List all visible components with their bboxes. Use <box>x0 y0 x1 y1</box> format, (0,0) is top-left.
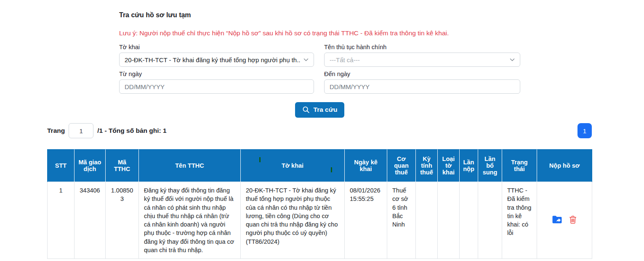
search-button-row: Tra cứu <box>119 102 520 118</box>
to-khai-label: Tờ khai <box>119 44 314 50</box>
cell-lan-bo-sung <box>478 182 502 259</box>
den-ngay-input[interactable] <box>324 79 520 94</box>
cell-stt: 1 <box>48 182 75 259</box>
page-number-input[interactable] <box>69 123 93 138</box>
chevron-down-icon <box>303 56 309 63</box>
header-stt: STT <box>48 150 75 182</box>
filter-grid: Tờ khai 20-ĐK-TH-TCT - Tờ khai đăng ký t… <box>119 44 520 94</box>
trash-icon <box>569 215 577 224</box>
cell-co-quan-thue: Thuế cơ sở 6 tỉnh Bắc Ninh <box>387 182 416 259</box>
page-label: Trang <box>47 127 65 134</box>
field-den-ngay: Đến ngày <box>324 71 520 94</box>
header-nop-ho-so: Nộp hồ sơ <box>537 150 592 182</box>
den-ngay-label: Đến ngày <box>324 71 520 77</box>
cell-trang-thai: TTHC - Đã kiểm tra thông tin kê khai: có… <box>502 182 537 259</box>
to-khai-selected-value: 20-ĐK-TH-TCT - Tờ khai đăng ký thuế tổng… <box>125 56 300 63</box>
green-mark-artifact <box>331 167 332 172</box>
search-button-label: Tra cứu <box>314 106 338 113</box>
warning-note: Lưu ý: Người nộp thuế chỉ thực hiện “Nộp… <box>119 29 520 37</box>
ten-thu-tuc-selected-value: ---Tất cả--- <box>330 56 360 63</box>
green-mark-artifact <box>259 157 261 162</box>
cell-ma-giao-dich: 343406 <box>75 182 106 259</box>
table-header-row: STT Mã giao dịch Mã TTHC Tên TTHC Tờ kha… <box>48 150 592 182</box>
header-lan-bo-sung: Lần bổ sung <box>478 150 502 182</box>
field-to-khai: Tờ khai 20-ĐK-TH-TCT - Tờ khai đăng ký t… <box>119 44 314 67</box>
header-to-khai-label: Tờ khai <box>282 162 303 169</box>
page-title: Tra cứu hồ sơ lưu tạm <box>119 11 520 19</box>
search-form-section: Tra cứu hồ sơ lưu tạm Lưu ý: Người nộp t… <box>119 0 520 118</box>
header-ma-tthc: Mã TTHC <box>106 150 139 182</box>
folder-submit-icon <box>552 215 562 224</box>
cell-nop-ho-so <box>537 182 592 259</box>
to-khai-select[interactable]: 20-ĐK-TH-TCT - Tờ khai đăng ký thuế tổng… <box>119 53 314 67</box>
page-1-button[interactable]: 1 <box>577 123 592 138</box>
field-ten-thu-tuc: Tên thủ tục hành chính ---Tất cả--- <box>324 44 520 67</box>
header-ngay-ke-khai: Ngày kê khai <box>345 150 387 182</box>
header-to-khai: Tờ khai <box>241 150 345 182</box>
delete-dossier-button[interactable] <box>567 214 579 227</box>
header-loai-to-khai: Loại tờ khai <box>438 150 460 182</box>
header-ma-giao-dich: Mã giao dịch <box>75 150 106 182</box>
header-trang-thai: Trạng thái <box>502 150 537 182</box>
cell-loai-to-khai <box>438 182 460 259</box>
records-summary: /1 - Tổng số bản ghi: 1 <box>97 127 166 134</box>
tu-ngay-label: Từ ngày <box>119 71 314 77</box>
cell-ma-tthc: 1.008503 <box>106 182 139 259</box>
search-button[interactable]: Tra cứu <box>295 102 345 118</box>
tu-ngay-input[interactable] <box>119 79 314 94</box>
cell-ten-tthc: Đăng ký thay đổi thông tin đăng ký thuế … <box>139 182 241 259</box>
cell-lan-nop <box>460 182 478 259</box>
search-icon <box>302 106 310 113</box>
header-ky-tinh-thue: Kỳ tính thuế <box>416 150 438 182</box>
cell-ngay-ke-khai: 08/01/2026 15:55:25 <box>345 182 387 259</box>
header-lan-nop: Lần nộp <box>460 150 478 182</box>
cell-ky-tinh-thue <box>416 182 438 259</box>
chevron-down-icon <box>509 56 516 63</box>
submit-dossier-button[interactable] <box>550 214 564 226</box>
table-row: 1 343406 1.008503 Đăng ký thay đổi thông… <box>48 182 592 259</box>
ten-thu-tuc-label: Tên thủ tục hành chính <box>324 44 520 50</box>
header-ten-tthc: Tên TTHC <box>139 150 241 182</box>
ten-thu-tuc-select[interactable]: ---Tất cả--- <box>324 53 520 67</box>
field-tu-ngay: Từ ngày <box>119 71 314 94</box>
results-table: STT Mã giao dịch Mã TTHC Tên TTHC Tờ kha… <box>47 149 592 259</box>
cell-to-khai: 20-ĐK-TH-TCT - Tờ khai đăng ký thuế tổng… <box>241 182 345 259</box>
pagination-bar: Trang /1 - Tổng số bản ghi: 1 1 <box>47 123 592 138</box>
header-co-quan-thue: Cơ quan thuế <box>387 150 416 182</box>
